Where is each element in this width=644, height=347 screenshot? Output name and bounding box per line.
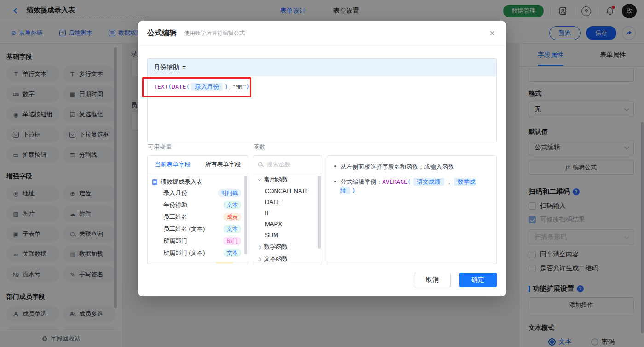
string-token: "MM": [232, 83, 246, 90]
formula-field-name: 月份辅助: [154, 63, 179, 72]
formula-target: 月份辅助 =: [148, 59, 496, 76]
function-search-input[interactable]: [266, 160, 307, 168]
paren-token: (: [186, 83, 190, 90]
bullet-icon: [334, 165, 336, 167]
cancel-button[interactable]: 取消: [414, 273, 451, 287]
type-badge: 时间戳: [218, 189, 242, 197]
tab-current-form-fields[interactable]: 当前表单字段: [148, 156, 198, 173]
function-item-sum[interactable]: SUM: [253, 229, 322, 240]
form-name: 绩效提成录入表: [161, 178, 202, 186]
function-item-concatenate[interactable]: CONCATENATE: [253, 185, 322, 196]
function-token: DATE: [172, 83, 186, 90]
variable-row[interactable]: 录入月份 时间戳: [148, 187, 248, 199]
modal-title: 公式编辑: [147, 28, 177, 38]
bullet-icon: [334, 181, 336, 182]
variable-name: 所属部门 (文本): [163, 249, 205, 257]
help-tip-example: 公式编辑举例：AVERAGE(语文成绩，数学成绩): [334, 177, 489, 195]
variables-tabs: 当前表单字段 所有表单字段: [148, 156, 248, 173]
function-token: TEXT: [154, 83, 168, 90]
variable-row[interactable]: 所属部门 (文本) 文本: [148, 247, 248, 259]
close-icon[interactable]: ×: [489, 28, 495, 38]
type-badge: 文本: [223, 225, 242, 233]
function-item-date[interactable]: DATE: [253, 196, 322, 207]
function-group-math[interactable]: 数学函数: [253, 241, 322, 252]
group-label: 常用函数: [264, 176, 288, 184]
variable-row[interactable]: 员工姓名 (文本) 文本: [148, 223, 248, 235]
variables-tree-root[interactable]: 绩效提成录入表: [148, 173, 248, 187]
function-item-if[interactable]: IF: [253, 207, 322, 218]
help-panel: 从左侧面板选择字段名和函数，或输入函数 公式编辑举例：AVERAGE(语文成绩，…: [327, 155, 497, 264]
function-item-mapx[interactable]: MAPX: [253, 218, 322, 229]
functions-panel: 常用函数 CONCATENATE DATE IF MAPX SUM 数学函数 文…: [253, 155, 322, 264]
type-badge: 文本: [223, 249, 242, 257]
modal-subtitle: 使用数学运算符编辑公式: [184, 29, 245, 37]
variable-name: 所属部门: [163, 237, 187, 245]
paren-token: (: [168, 83, 172, 90]
variables-panel: 当前表单字段 所有表单字段 绩效提成录入表 录入月份 时间戳 年份辅助 文本 员…: [147, 155, 248, 264]
formula-input-area[interactable]: TEXT(DATE(录入月份),"MM"): [148, 76, 496, 97]
type-badge: 文本: [223, 201, 242, 209]
modal-header: 公式编辑 使用数学运算符编辑公式 ×: [138, 21, 506, 46]
field-chip: 语文成绩: [413, 178, 444, 186]
function-group-common[interactable]: 常用函数: [253, 174, 322, 185]
functions-scrollbar[interactable]: [318, 176, 321, 249]
tab-all-form-fields[interactable]: 所有表单字段: [198, 156, 248, 173]
comma-token: ，: [446, 178, 452, 185]
comma-token: ,: [228, 83, 232, 90]
variable-name: 录入月份: [163, 189, 187, 197]
type-badge: 成员: [223, 213, 242, 221]
variables-scrollbar[interactable]: [244, 176, 247, 254]
formula-editor-modal: 公式编辑 使用数学运算符编辑公式 × 月份辅助 = TEXT(DATE(录入月份…: [138, 21, 506, 296]
equals-sign: =: [182, 64, 186, 71]
functions-label: 函数: [253, 143, 265, 151]
example-prefix: 公式编辑举例：: [340, 178, 382, 185]
help-tip: 从左侧面板选择字段名和函数，或输入函数: [334, 162, 489, 171]
paren-token: ): [224, 83, 228, 90]
variable-row[interactable]: 年份辅助 文本: [148, 199, 248, 211]
paren-token: ): [352, 187, 356, 194]
search-icon: [258, 162, 262, 166]
variable-row[interactable]: 所属部门 部门: [148, 235, 248, 247]
app-root: 绩效提成录入表 表单设计 表单设置 数据管理 ?: [0, 0, 644, 347]
formula-editor: 月份辅助 = TEXT(DATE(录入月份),"MM"): [147, 58, 497, 142]
confirm-button[interactable]: 确定: [459, 273, 497, 287]
chevron-right-icon: [258, 257, 261, 261]
form-file-icon: [152, 179, 157, 185]
type-badge: 部门: [223, 237, 242, 245]
chevron-right-icon: [258, 245, 261, 249]
clipped-badge: [216, 262, 233, 264]
variable-name: 员工姓名: [163, 213, 187, 221]
chevron-down-icon: [258, 177, 261, 181]
variables-label: 可用变量: [148, 143, 172, 151]
paren-token: (: [408, 178, 411, 185]
tip-text: 公式编辑举例：AVERAGE(语文成绩，数学成绩): [340, 177, 489, 195]
variable-row[interactable]: 员工姓名 成员: [148, 211, 248, 223]
field-chip[interactable]: 录入月份: [191, 83, 223, 91]
function-group-text[interactable]: 文本函数: [253, 253, 322, 264]
group-label: 数学函数: [264, 243, 288, 251]
function-search[interactable]: [253, 156, 322, 173]
paren-token: ): [246, 83, 250, 90]
variable-name: 年份辅助: [163, 201, 187, 209]
function-token: AVERAGE: [382, 178, 408, 185]
variable-name: 员工姓名 (文本): [163, 225, 205, 233]
group-label: 文本函数: [264, 255, 288, 263]
tip-text: 从左侧面板选择字段名和函数，或输入函数: [340, 162, 454, 171]
